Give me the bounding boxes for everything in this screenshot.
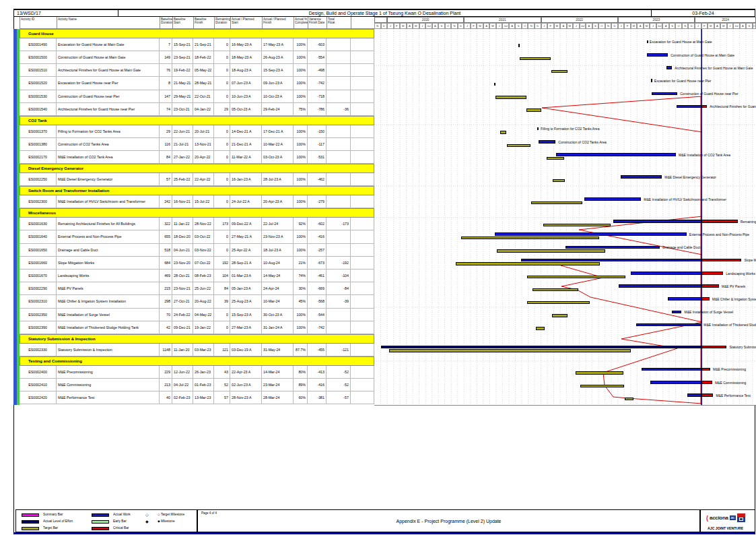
table-cell-id: ES0001520 (20, 77, 57, 90)
gantt-bar-baseline (518, 44, 520, 47)
table-cell-id: ES0002400 (20, 366, 57, 379)
table-cell-tfloat: -84 (327, 282, 351, 295)
table-cell-var: -416 (308, 230, 327, 243)
table-cell-rdur: 0 (214, 64, 230, 77)
timeline-month-cell: N (451, 23, 458, 29)
table-cell-name: M&E Commissioning (57, 379, 160, 391)
table-cell-astart: 05-Oct-23 A (230, 103, 262, 116)
legend-label: Summary Bar (43, 513, 63, 516)
timeline-month-cell: M (489, 23, 496, 29)
column-header-tfloat: Total Float (327, 17, 351, 29)
gantt-bar-label: Slope Mitigation Works (744, 258, 756, 262)
gantt-bar-baseline (527, 276, 625, 279)
table-cell-pct: 80% (294, 366, 308, 379)
table-cell-var: -603 (308, 38, 327, 51)
table-cell-pct: 100% (294, 321, 308, 334)
table-cell-afinish: 28-Jul-23 A (262, 173, 294, 186)
table-cell-bfinish: 15-Jul-22 (193, 195, 214, 208)
timeline-month-cell: O (522, 23, 528, 29)
gantt-bar-critical (701, 346, 726, 349)
table-cell-astart: 25-Aug-23 A (230, 295, 262, 308)
table-cell-tfloat (327, 90, 351, 103)
timeline-month-cell: A (714, 23, 721, 29)
contract-code-box: 13/WSD/17 (13, 9, 118, 17)
timeline-month-cell: M (631, 23, 638, 29)
gantt-bar-actual (647, 40, 648, 44)
table-cell-tfloat (327, 230, 351, 243)
table-cell-astart: 14-Dec-21 A (230, 125, 262, 138)
table-cell-var: -461 (308, 270, 327, 282)
timeline-month-cell: J (541, 23, 548, 29)
table-cell-bdur: 42 (160, 321, 172, 334)
table-cell-bdur: 242 (160, 195, 172, 208)
table-cell-filler (351, 173, 374, 186)
legend-swatch-critical-bar (92, 527, 109, 530)
column-header-id: Activity ID (20, 17, 57, 29)
table-cell-bfinish: 04-Jan-22 (193, 103, 214, 116)
table-cell-id: ES0002170 (20, 151, 57, 164)
timeline-year-2022: 2022 (541, 17, 618, 23)
timeline-year-2020: 2020 (387, 17, 464, 23)
table-cell-rdur: 192 (214, 257, 230, 270)
gantt-bar-baseline (507, 144, 531, 148)
timeline-month-cell: J (464, 23, 471, 29)
gantt-bar-label: Architectural Finishes for Guard House n… (710, 104, 756, 108)
table-cell-afinish: 23-Nov-23 A (262, 230, 294, 243)
table-cell-astart: 18-Aug-23 A (230, 64, 262, 77)
table-cell-astart: 16-May-23 A (230, 38, 262, 51)
gantt-bar-baseline (526, 108, 542, 112)
table-cell-bstart: 19-Feb-22 (172, 64, 193, 77)
table-cell-id: ES0001670 (20, 270, 57, 282)
gantt-bar-baseline (536, 327, 545, 330)
table-cell-filler (351, 151, 374, 164)
table-cell-bdur: 74 (160, 103, 172, 116)
table-cell-bstart: 23-Nov-21 (172, 282, 193, 295)
timeline-month-cell: N (605, 23, 612, 29)
gantt-bar-baseline (551, 70, 568, 73)
column-header-pct: Actual % Complete (294, 17, 308, 29)
table-cell-rdur: 173 (214, 218, 230, 230)
gantt-bar-label: M&E Installation of CO2 Tank Area (679, 153, 756, 157)
timeline-month-cell: N (528, 23, 535, 29)
gantt-bar-label: Drainage and Cable Duct (662, 245, 756, 249)
timeline-month-cell: M (567, 23, 574, 29)
timeline-month-cell: F (701, 23, 708, 29)
table-cell-afinish: 10-Oct-23 A (262, 90, 294, 103)
table-cell-name: M&E Performance Test (57, 391, 160, 404)
report-date: 03-Feb-24 (692, 11, 714, 15)
timeline-month-cell: F (471, 23, 477, 29)
timeline-month-cell: N (682, 23, 689, 29)
table-cell-astart: 11-Mar-22 A (230, 151, 262, 164)
gantt-bar-label: M&E Installation of HV/LV Switchroom and… (644, 197, 756, 201)
timeline-year-2023: 2023 (618, 17, 695, 23)
gantt-bar-baseline (543, 224, 611, 227)
table-cell-bstart: 23-Sep-21 (172, 51, 193, 64)
table-cell-id: ES0002390 (20, 321, 57, 334)
legend-label: Early Bar (113, 520, 127, 523)
table-cell-rdur: 0 (214, 244, 230, 257)
table-cell-bstart: 16-Nov-21 (172, 195, 193, 208)
table-cell-rdur: 0 (214, 125, 230, 138)
table-cell-pct: 100% (294, 244, 308, 257)
table-cell-afinish: 29-Feb-24 (262, 103, 294, 116)
gantt-bar-actual (677, 105, 701, 108)
table-cell-name: M&E Installation of CO2 Tank Area (57, 151, 160, 164)
table-cell-pct: 30% (294, 282, 308, 295)
table-cell-tfloat: -192 (327, 257, 351, 270)
table-cell-filler (351, 391, 374, 404)
table-cell-pct: 100% (294, 309, 308, 321)
table-cell-id: ES0002300 (20, 195, 57, 208)
table-cell-bdur: 1148 (160, 344, 172, 356)
table-cell-name: M&E Installation of Thickened Sludge Hol… (57, 321, 160, 334)
gantt-bar-critical (701, 381, 712, 384)
table-cell-var: -568 (308, 295, 327, 308)
table-cell-bdur: 57 (160, 173, 172, 186)
gantt-bar-actual (647, 53, 668, 57)
table-cell-tfloat: -121 (327, 344, 351, 356)
timeline-year-2024: 2024 (695, 17, 756, 23)
table-cell-tfloat (327, 38, 351, 51)
timeline-month-cell: A (740, 23, 747, 29)
table-cell-rdur: 0 (214, 195, 230, 208)
table-cell-bstart: 23-Nov-20 (172, 257, 193, 270)
table-cell-filler (351, 270, 374, 282)
